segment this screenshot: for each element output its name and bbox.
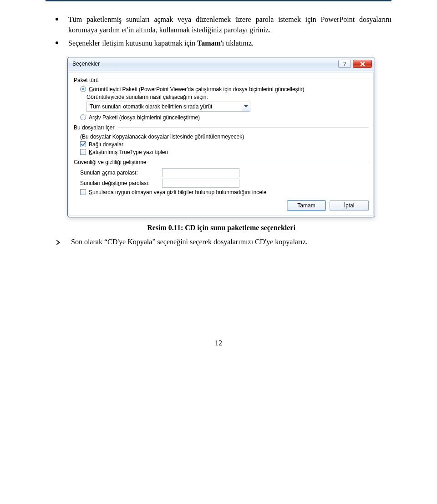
list-item: Seçenekler iletişim kutusunu kapatmak iç… — [56, 38, 391, 48]
play-order-combo[interactable]: Tüm sunuları otomatik olarak belirtilen … — [86, 102, 250, 112]
group-label: Güvenliği ve gizliliği geliştirme — [74, 159, 369, 165]
radio-label: Görüntüleyici Paketi (PowerPoint Viewer'… — [89, 86, 305, 93]
group-label-text: Güvenliği ve gizliliği geliştirme — [74, 159, 146, 165]
options-dialog: Seçenekler ? Paket türü Görüntüleyi — [67, 57, 375, 217]
chevron-right-icon — [56, 237, 61, 248]
checkbox-label: Sunularda uygun olmayan veya gizli bilgi… — [89, 189, 266, 195]
dialog-titlebar: Seçenekler ? — [68, 57, 375, 71]
radio-label: Arşiv Paketi (dosya biçimlerini güncelle… — [89, 114, 200, 121]
radio-icon — [80, 114, 86, 120]
group-label-text: Bu dosyaları içer — [74, 124, 114, 131]
dialog-title: Seçenekler — [72, 61, 336, 67]
modify-password-input[interactable] — [162, 179, 239, 188]
cancel-label: İptal — [344, 202, 355, 209]
bold-tamam: Tamam — [197, 39, 221, 47]
final-instruction-list: Son olarak “CD'ye Kopyala” seçeneğini se… — [56, 237, 391, 248]
combo-value: Tüm sunuları otomatik olarak belirtilen … — [87, 103, 242, 110]
separator-line — [102, 80, 369, 80]
instruction-text: Seçenekler iletişim kutusunu kapatmak iç… — [68, 38, 391, 48]
close-button[interactable] — [353, 60, 372, 68]
radio-row-viewer[interactable]: Görüntüleyici Paketi (PowerPoint Viewer'… — [80, 86, 369, 93]
figure-caption: Resim 0.11: CD için sunu paketleme seçen… — [67, 224, 375, 232]
checkbox-inspect[interactable]: Sunularda uygun olmayan veya gizli bilgi… — [80, 189, 369, 195]
viewer-sub-label: Görüntüleyicide sunuların nasıl çalışaca… — [86, 94, 369, 100]
dialog-body: Paket türü Görüntüleyici Paketi (PowerPo… — [69, 72, 374, 216]
row-open-password: Sunuları açma parolası: — [80, 168, 369, 177]
open-password-input[interactable] — [162, 168, 239, 177]
checkbox-label: Katıştırılmış TrueType yazı tipleri — [89, 149, 168, 155]
chevron-down-icon — [244, 105, 248, 108]
group-security: Güvenliği ve gizliliği geliştirme Sunula… — [74, 159, 369, 195]
checkbox-label: Bağlı dosyalar — [89, 141, 123, 148]
dropdown-button[interactable] — [242, 102, 250, 111]
top-border-rule — [46, 0, 391, 1]
row-modify-password: Sunuları değiştirme parolası: — [80, 179, 369, 188]
checkbox-icon — [80, 149, 86, 155]
radio-row-archive[interactable]: Arşiv Paketi (dosya biçimlerini güncelle… — [80, 114, 369, 121]
close-icon — [360, 62, 365, 67]
instruction-list: Tüm paketlenmiş sunuları açmak veya düze… — [46, 14, 391, 49]
instruction-text: Tüm paketlenmiş sunuları açmak veya düze… — [68, 14, 391, 35]
open-password-label: Sunuları açma parolası: — [80, 170, 158, 176]
radio-icon — [80, 86, 86, 92]
bullet-icon — [56, 18, 58, 21]
group-label-text: Paket türü — [74, 77, 99, 83]
group-package-type: Paket türü Görüntüleyici Paketi (PowerPo… — [74, 77, 369, 121]
page-number: 12 — [46, 339, 391, 347]
group-label: Paket türü — [74, 77, 369, 83]
modify-password-label: Sunuları değiştirme parolası: — [80, 180, 158, 186]
list-item: Son olarak “CD'ye Kopyala” seçeneğini se… — [56, 237, 391, 248]
checkbox-truetype[interactable]: Katıştırılmış TrueType yazı tipleri — [80, 149, 369, 155]
dialog-button-row: Tamam İptal — [74, 200, 369, 211]
checkbox-icon — [80, 141, 86, 147]
help-icon: ? — [343, 61, 346, 67]
group-label: Bu dosyaları içer — [74, 124, 369, 131]
ok-button[interactable]: Tamam — [287, 200, 326, 211]
bullet-icon — [56, 41, 58, 44]
checkbox-linked-files[interactable]: Bağlı dosyalar — [80, 141, 369, 148]
help-button[interactable]: ? — [338, 60, 351, 68]
ok-label: Tamam — [297, 202, 315, 209]
separator-line — [118, 127, 369, 128]
list-item: Tüm paketlenmiş sunuları açmak veya düze… — [56, 14, 391, 35]
note-text: (Bu dosyalar Kopyalanacak dosyalar liste… — [80, 134, 369, 140]
cancel-button[interactable]: İptal — [330, 200, 369, 211]
separator-line — [150, 162, 369, 162]
group-include-files: Bu dosyaları içer (Bu dosyalar Kopyalana… — [74, 124, 369, 155]
instruction-text: Son olarak “CD'ye Kopyala” seçeneğini se… — [71, 237, 391, 247]
checkbox-icon — [80, 189, 86, 195]
